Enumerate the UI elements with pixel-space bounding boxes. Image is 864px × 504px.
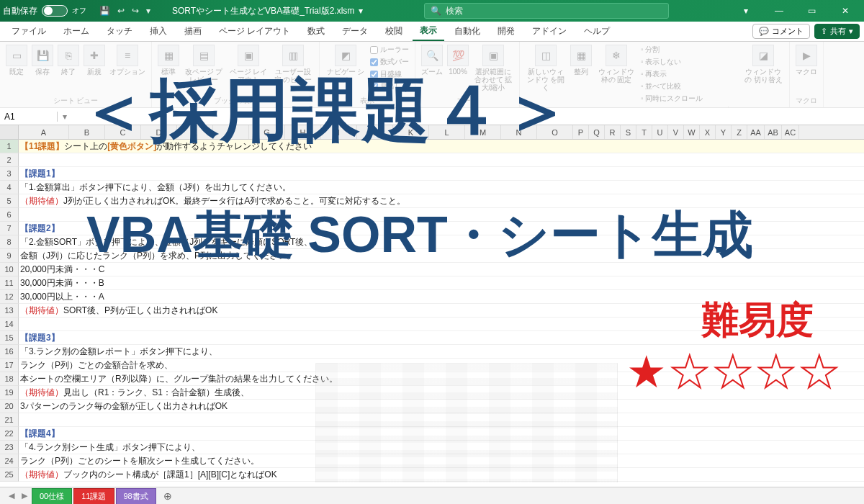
comment-button[interactable]: 💬 コメント [752,24,810,39]
row-header[interactable]: 5 [0,194,19,208]
ribbon-tab-7[interactable]: データ [335,22,375,40]
ribbon-option[interactable]: ▫ ウィンドウの位置を元に戻す [641,106,739,108]
share-button[interactable]: ⇪ 共有 ▾ [814,24,860,39]
row-header[interactable]: 17 [0,359,19,372]
ribbon-button[interactable]: ❄ウィンドウ枠の 固定 [596,45,636,84]
column-header[interactable]: AC [782,125,799,139]
cell-content[interactable]: 【課題1】 [19,167,864,181]
ribbon-tab-13[interactable]: ヘルプ [577,22,617,40]
ribbon-tab-8[interactable]: 校閲 [378,22,410,40]
row-header[interactable]: 6 [0,208,19,222]
row-header[interactable]: 15 [0,331,19,345]
ribbon-button-label: マクロ [796,68,817,76]
column-header[interactable]: AB [765,125,782,139]
cell-content[interactable]: 30,000円未満・・・B [19,276,864,290]
column-header[interactable]: AA [747,125,765,139]
ribbon-tab-2[interactable]: タッチ [99,22,140,40]
ribbon-tab-0[interactable]: ファイル [4,22,53,40]
column-header[interactable]: A [19,125,69,139]
qat-button-1[interactable]: ↩ [117,6,125,16]
qat-button-3[interactable]: ▾ [146,6,150,16]
ribbon-option[interactable]: ▫ 同時にスクロール [641,94,739,104]
close-button[interactable]: ✕ [829,0,861,22]
ribbon-button[interactable]: ⎘終了 [58,45,79,76]
column-header[interactable]: P [573,125,589,139]
ribbon-button[interactable]: ◪ウィンドウの 切り替え [743,45,783,84]
column-header[interactable]: T [636,125,652,139]
row-header[interactable]: 3 [0,167,19,181]
ribbon-tab-4[interactable]: 描画 [177,22,209,40]
column-header[interactable]: R [605,125,621,139]
toggle-switch-icon[interactable] [42,5,68,17]
ribbon-tab-12[interactable]: アドイン [525,22,574,40]
ribbon-option[interactable]: ▫ 表示しない [641,57,739,67]
ribbon-checkbox[interactable]: ルーラー [370,45,409,55]
qat-button-0[interactable]: 💾 [99,6,110,16]
ribbon-options-icon[interactable]: ▾ [730,0,762,22]
column-header[interactable]: S [621,125,636,139]
row-header[interactable]: 22 [0,427,19,441]
add-sheet-button[interactable]: ⊕ [158,490,178,502]
select-all-corner[interactable] [0,125,19,139]
minimize-button[interactable]: — [763,0,795,22]
cell-content[interactable]: 「1.金額算出」ボタン押下により、金額（J列）を出力してください。 [19,181,864,194]
row-header[interactable]: 11 [0,276,19,290]
sheet-nav-prev-icon[interactable]: ◀ [6,491,17,500]
sheet-nav-next-icon[interactable]: ▶ [19,491,30,500]
row-header[interactable]: 25 [0,468,19,482]
ribbon-option[interactable]: ▫ 並べて比較 [641,81,739,91]
cell-text: 「3.ランク別の金額レポート」ボタン押下により、 [20,346,217,358]
search-input[interactable]: 🔍 検索 [424,3,669,19]
row-header[interactable]: 20 [0,400,19,413]
column-header[interactable]: Q [589,125,605,139]
ribbon-option[interactable]: ▫ 再表示 [641,69,739,79]
ribbon-tab-6[interactable]: 数式 [300,22,332,40]
qat-button-2[interactable]: ↪ [132,6,139,16]
row-header[interactable]: 8 [0,235,19,249]
ribbon-button[interactable]: 💾保存 [32,45,53,76]
ribbon-button[interactable]: ▶マクロ [796,45,817,76]
maximize-button[interactable]: ▭ [796,0,828,22]
row-header[interactable]: 2 [0,153,19,167]
name-box[interactable]: A1 [0,112,58,122]
row-header[interactable]: 12 [0,290,19,304]
ribbon-tab-3[interactable]: 挿入 [143,22,174,40]
sheet-tab-2[interactable]: 98書式 [116,488,156,504]
sheet-tab-1[interactable]: 11課題 [73,488,114,504]
ribbon-button[interactable]: ▦整列 [570,45,592,76]
row-header[interactable]: 24 [0,454,19,468]
row-header[interactable]: 13 [0,304,19,318]
overlay-subtitle: VBA基礎 SORT・シート生成 [86,202,753,269]
row-header[interactable]: 4 [0,181,19,194]
row-header[interactable]: 1 [0,140,19,153]
ribbon-tab-5[interactable]: ページ レイアウト [212,22,297,40]
sheet-tab-0[interactable]: 00仕様 [32,488,72,504]
row-header[interactable]: 14 [0,318,19,331]
filename-area[interactable]: SORTやシート生成などVBA基礎_Trial版2.xlsm ▾ [172,5,363,17]
chevron-down-icon[interactable]: ▾ [359,6,363,16]
column-header[interactable]: X [700,125,716,139]
ribbon-icon: ▦ [570,45,592,66]
row-header[interactable]: 9 [0,249,19,263]
row-header[interactable]: 10 [0,263,19,276]
ribbon-tab-11[interactable]: 開発 [490,22,522,40]
ribbon-tab-1[interactable]: ホーム [56,22,96,40]
column-header[interactable]: V [668,125,684,139]
row-header[interactable]: 7 [0,222,19,235]
row-header[interactable]: 16 [0,345,19,359]
ribbon-button[interactable]: ▭既定 [6,45,27,76]
row-header[interactable]: 23 [0,441,19,454]
column-header[interactable]: U [652,125,668,139]
namebox-expand-icon[interactable]: ▾ [58,112,72,122]
checkbox-icon[interactable] [370,46,378,54]
column-header[interactable]: Z [732,125,747,139]
ribbon-tab-10[interactable]: 自動化 [447,22,487,40]
row-header[interactable]: 19 [0,386,19,400]
column-header[interactable]: W [684,125,700,139]
column-header[interactable]: Y [716,125,732,139]
row-header[interactable]: 21 [0,413,19,427]
row-header[interactable]: 18 [0,372,19,386]
ribbon-option[interactable]: ▫ 分割 [641,45,739,55]
ribbon-tab-9[interactable]: 表示 [413,22,444,41]
autosave-toggle[interactable]: 自動保存 オフ [3,5,86,17]
